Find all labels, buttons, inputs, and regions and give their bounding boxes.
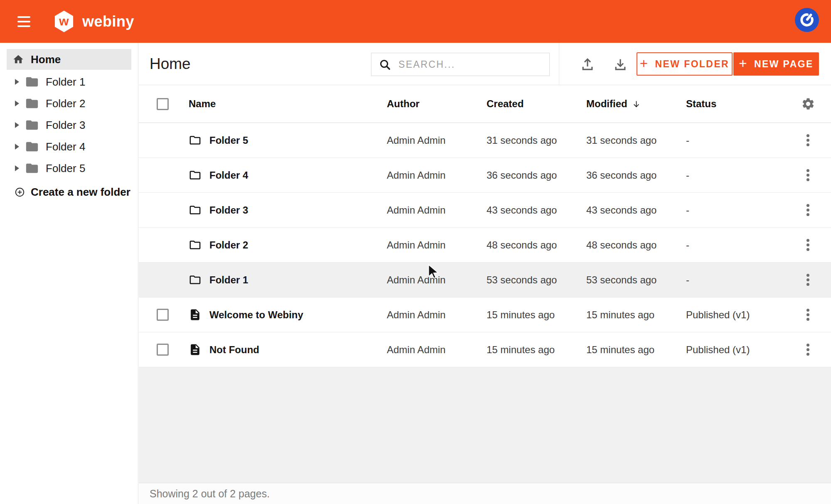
new-page-button[interactable]: + NEW PAGE [733,52,819,76]
gravatar-icon [798,11,816,29]
export-pages-button[interactable] [611,55,630,74]
search-box [371,53,550,76]
row-actions-menu-button[interactable] [799,302,817,327]
download-icon [612,56,629,73]
folders-sidebar: Home Folder 1 Folder 2 Folder 3 Folde [0,43,138,504]
user-avatar[interactable] [795,8,819,32]
hamburger-menu-icon[interactable] [17,14,34,30]
row-actions-menu-button[interactable] [799,128,817,153]
folder-icon [25,118,39,132]
row-actions-menu-button[interactable] [799,198,817,223]
gear-icon [801,97,815,111]
table-row-folder-3[interactable]: Folder 3 Admin Admin 43 seconds ago 43 s… [139,193,831,228]
folder-icon [189,238,202,251]
select-all-checkbox[interactable] [157,98,169,110]
column-header-modified[interactable]: Modified [586,98,686,110]
sidebar-item-folder-5[interactable]: Folder 5 [0,157,138,179]
sort-descending-icon [632,99,641,109]
caret-right-icon[interactable] [15,144,19,150]
table-settings-button[interactable] [799,95,817,113]
sidebar-item-folder-1[interactable]: Folder 1 [0,71,138,93]
kebab-icon [806,313,809,316]
folder-icon [25,161,39,175]
empty-list-area [139,367,831,483]
plus-circle-icon [14,187,25,198]
kebab-icon [806,348,809,351]
row-actions-menu-button[interactable] [799,163,817,188]
column-header-author: Author [387,98,487,110]
home-icon [12,54,24,65]
table-row-not-found[interactable]: Not Found Admin Admin 15 minutes ago 15 … [139,332,831,367]
column-header-status: Status [686,98,785,110]
webiny-page-manager: w webiny Home Folder 1 Folder 2 [0,0,831,504]
row-actions-menu-button[interactable] [799,233,817,258]
sidebar-item-folder-4[interactable]: Folder 4 [0,136,138,157]
toolbar-divider [559,43,559,85]
search-icon [379,58,391,71]
row-actions-menu-button[interactable] [799,337,817,362]
table-row-welcome-to-webiny[interactable]: Welcome to Webiny Admin Admin 15 minutes… [139,297,831,332]
sidebar-item-folder-3[interactable]: Folder 3 [0,114,138,136]
brand-wordmark: webiny [82,13,134,30]
column-header-created: Created [487,98,586,110]
kebab-icon [806,209,809,211]
search-input[interactable] [398,53,549,76]
main-content: Home + NEW FOLDER + NEW PAGE [139,43,831,504]
document-icon [189,308,202,321]
top-app-bar: w webiny [0,0,831,43]
kebab-icon [806,139,809,142]
caret-right-icon[interactable] [15,165,19,171]
pagination-summary: Showing 2 out of 2 pages. [139,483,831,504]
webiny-logo-icon: w [54,11,74,32]
caret-right-icon[interactable] [15,122,19,128]
caret-right-icon[interactable] [15,101,19,106]
folder-tree: Folder 1 Folder 2 Folder 3 Folder 4 Fold [0,71,138,179]
folder-icon [189,134,202,147]
kebab-icon [806,278,809,281]
folder-icon [189,204,202,216]
sidebar-item-home[interactable]: Home [7,49,131,70]
row-checkbox[interactable] [157,309,169,321]
column-header-name: Name [189,98,387,110]
folder-icon [189,169,202,182]
webiny-brand: w webiny [54,0,134,43]
table-row-folder-1[interactable]: Folder 1 Admin Admin 53 seconds ago 53 s… [139,263,831,297]
row-actions-menu-button[interactable] [799,268,817,293]
import-pages-button[interactable] [578,55,597,74]
folder-icon [25,96,39,111]
toolbar: Home + NEW FOLDER + NEW PAGE [139,43,831,85]
table-row-folder-2[interactable]: Folder 2 Admin Admin 48 seconds ago 48 s… [139,228,831,263]
sidebar-home-label: Home [31,53,61,66]
folder-icon [189,273,202,286]
table-header: Name Author Created Modified Status [139,85,831,123]
kebab-icon [806,243,809,246]
caret-right-icon[interactable] [15,79,19,85]
folder-icon [25,75,39,89]
table-row-folder-4[interactable]: Folder 4 Admin Admin 36 seconds ago 36 s… [139,158,831,193]
table-row-folder-5[interactable]: Folder 5 Admin Admin 31 seconds ago 31 s… [139,123,831,158]
document-icon [189,343,202,356]
row-checkbox[interactable] [157,344,169,356]
page-title: Home [150,43,191,85]
upload-icon [579,56,596,73]
create-new-folder-button[interactable]: Create a new folder [0,182,138,202]
kebab-icon [806,174,809,177]
new-folder-button[interactable]: + NEW FOLDER [637,52,733,76]
folder-icon [25,140,39,154]
sidebar-item-folder-2[interactable]: Folder 2 [0,93,138,114]
